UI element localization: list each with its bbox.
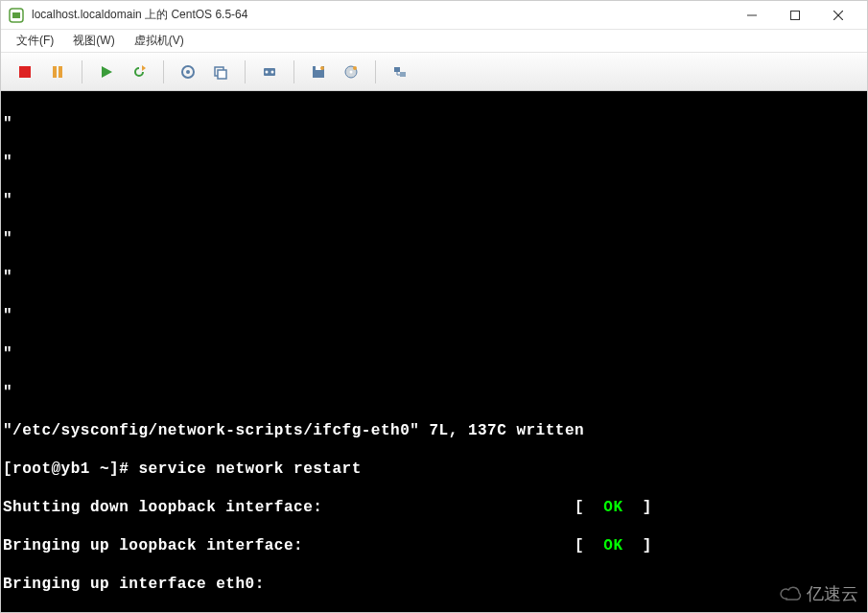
toolbar-separator — [293, 60, 294, 83]
svg-rect-14 — [218, 70, 226, 79]
stop-button[interactable] — [11, 58, 39, 86]
toolbar-separator — [163, 60, 164, 83]
svg-point-17 — [271, 70, 274, 73]
svg-rect-25 — [400, 72, 406, 77]
toolbar-separator — [82, 60, 82, 83]
pause-button[interactable] — [43, 58, 72, 86]
watermark-text: 亿速云 — [807, 582, 858, 605]
terminal-line: " — [3, 191, 865, 210]
svg-rect-8 — [59, 66, 62, 78]
terminal-line: " — [3, 344, 865, 364]
menubar: 文件(F) 视图(W) 虚拟机(V) — [1, 30, 867, 53]
status-ok: OK — [603, 499, 622, 516]
titlebar: localhost.localdomain 上的 CentOS 6.5-64 — [1, 1, 867, 30]
snapshot-manager-button[interactable] — [206, 58, 235, 86]
floppy-button[interactable] — [304, 58, 333, 86]
terminal-line: Bringing up loopback interface: [ OK ] — [3, 536, 865, 555]
cd-button[interactable] — [337, 58, 365, 86]
minimize-button[interactable] — [730, 2, 773, 29]
toolbar-separator — [375, 60, 376, 83]
svg-rect-1 — [12, 12, 20, 18]
svg-point-23 — [353, 66, 357, 70]
menu-view[interactable]: 视图(W) — [69, 31, 118, 51]
svg-marker-9 — [102, 66, 112, 78]
svg-point-22 — [350, 70, 353, 73]
settings-button[interactable] — [255, 58, 284, 86]
window-controls — [730, 2, 859, 29]
maximize-button[interactable] — [773, 2, 816, 29]
menu-vm[interactable]: 虚拟机(V) — [130, 31, 188, 51]
snapshot-button[interactable] — [174, 58, 202, 86]
terminal[interactable]: " " " " " " " " "/etc/sysconfig/network-… — [1, 91, 867, 612]
terminal-line: " — [3, 268, 865, 287]
svg-point-20 — [320, 66, 324, 70]
terminal-line: "/etc/sysconfig/network-scripts/ifcfg-et… — [3, 421, 865, 440]
status-ok: OK — [603, 537, 622, 554]
svg-rect-7 — [53, 66, 57, 78]
vmware-app-icon — [9, 8, 24, 23]
cloud-icon — [780, 585, 803, 602]
restart-button[interactable] — [125, 58, 153, 86]
terminal-line: " — [3, 153, 865, 172]
toolbar-separator — [245, 60, 246, 83]
terminal-line: Bringing up interface eth0: — [3, 575, 865, 594]
terminal-line: Shutting down loopback interface: [ OK ] — [3, 498, 865, 517]
watermark: 亿速云 — [780, 582, 858, 605]
toolbar — [1, 53, 867, 91]
svg-rect-24 — [394, 67, 400, 72]
terminal-line: [root@yb1 ~]# service network restart — [3, 460, 865, 479]
app-window: localhost.localdomain 上的 CentOS 6.5-64 文… — [0, 0, 868, 613]
menu-file[interactable]: 文件(F) — [12, 31, 58, 51]
terminal-line: " — [3, 229, 865, 248]
network-button[interactable] — [386, 58, 414, 86]
close-button[interactable] — [816, 2, 859, 29]
svg-point-16 — [266, 70, 269, 73]
play-button[interactable] — [92, 58, 121, 86]
svg-marker-10 — [142, 65, 146, 71]
terminal-line: " — [3, 383, 865, 402]
window-title: localhost.localdomain 上的 CentOS 6.5-64 — [32, 7, 730, 23]
terminal-line: " — [3, 306, 865, 325]
svg-point-12 — [186, 70, 190, 74]
svg-rect-6 — [19, 66, 31, 78]
terminal-line: " — [3, 114, 865, 133]
svg-rect-3 — [790, 11, 799, 19]
